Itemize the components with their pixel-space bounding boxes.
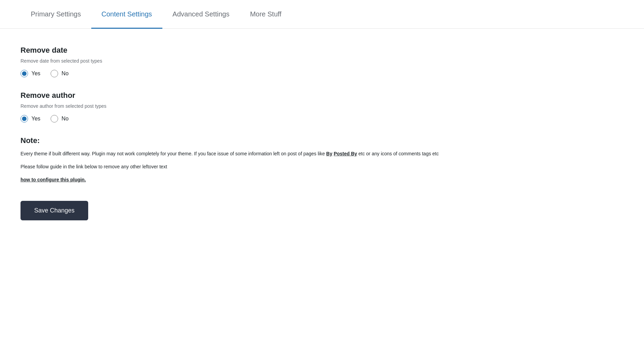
remove-date-yes-radio[interactable] [21, 70, 28, 77]
remove-author-no-text: No [62, 116, 68, 122]
remove-date-description: Remove date from selected post types [21, 58, 458, 64]
remove-author-no-radio[interactable] [51, 115, 58, 122]
remove-author-description: Remove author from selected post types [21, 103, 458, 109]
remove-author-radio-group: Yes No [21, 115, 458, 122]
guide-link-paragraph: how to configure this plugin. [21, 176, 458, 184]
tab-advanced-settings[interactable]: Advanced Settings [162, 0, 240, 29]
remove-date-yes-label[interactable]: Yes [21, 70, 40, 77]
save-changes-button[interactable]: Save Changes [21, 201, 88, 220]
remove-date-radio-group: Yes No [21, 70, 458, 77]
note-text-1: Every theme if built different way. Plug… [21, 150, 458, 158]
tab-primary-settings[interactable]: Primary Settings [21, 0, 91, 29]
remove-date-title: Remove date [21, 46, 458, 55]
page-wrapper: Primary Settings Content Settings Advanc… [0, 0, 644, 362]
note-text-after: etc or any icons of comments tags etc [357, 151, 439, 156]
note-section: Note: Every theme if built different way… [21, 136, 458, 184]
remove-author-yes-radio[interactable] [21, 115, 28, 122]
remove-date-no-label[interactable]: No [51, 70, 68, 77]
remove-date-yes-text: Yes [31, 70, 40, 77]
configure-plugin-link[interactable]: how to configure this plugin. [21, 177, 86, 182]
note-link-posted-by[interactable]: Posted By [334, 151, 357, 156]
remove-date-no-text: No [62, 70, 68, 77]
tab-content-settings[interactable]: Content Settings [91, 0, 162, 29]
remove-date-no-radio[interactable] [51, 70, 58, 77]
tabs-nav: Primary Settings Content Settings Advanc… [0, 0, 644, 29]
remove-author-yes-label[interactable]: Yes [21, 115, 40, 122]
note-text-2: Please follow guide in the link below to… [21, 163, 458, 171]
remove-author-yes-text: Yes [31, 116, 40, 122]
content-area: Remove date Remove date from selected po… [0, 29, 479, 241]
note-title: Note: [21, 136, 458, 145]
remove-author-section: Remove author Remove author from selecte… [21, 91, 458, 122]
note-text-before: Every theme if built different way. Plug… [21, 151, 326, 156]
remove-author-title: Remove author [21, 91, 458, 100]
remove-author-no-label[interactable]: No [51, 115, 68, 122]
note-link-by[interactable]: By [326, 151, 332, 156]
note-follow-text: Please follow guide in the link below to… [21, 164, 167, 169]
remove-date-section: Remove date Remove date from selected po… [21, 46, 458, 77]
tab-more-stuff[interactable]: More Stuff [240, 0, 292, 29]
